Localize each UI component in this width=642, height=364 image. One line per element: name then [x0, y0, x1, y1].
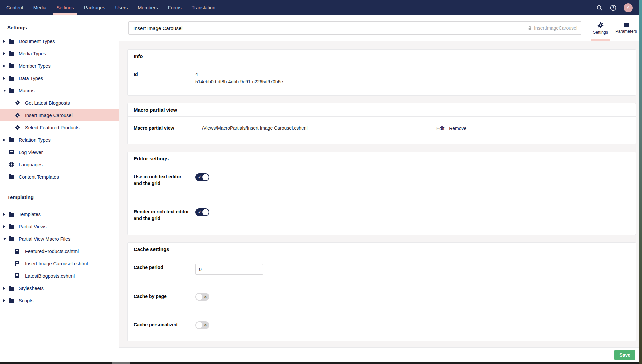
- save-button[interactable]: Save: [614, 350, 635, 360]
- cache-settings-panel: Cache settings Cache period Cache by pag…: [127, 242, 636, 341]
- tree-item-data-types[interactable]: Data Types: [0, 72, 119, 84]
- tree-item-label: Log Viewer: [19, 150, 43, 155]
- folder-icon: [9, 76, 19, 81]
- nav-item-forms[interactable]: Forms: [163, 0, 187, 15]
- toggle-knob: [202, 209, 209, 215]
- expand-caret-icon[interactable]: [3, 65, 9, 67]
- cache-period-input[interactable]: [195, 264, 263, 275]
- tree-item-label: Content Templates: [19, 174, 59, 180]
- folder-icon: [9, 286, 19, 291]
- user-avatar[interactable]: A: [624, 3, 633, 12]
- expand-caret-icon[interactable]: [3, 287, 9, 290]
- tree-item-log-viewer[interactable]: Log Viewer: [0, 146, 119, 158]
- tree-item-label: Insert Image Carousel: [25, 113, 73, 118]
- macro-partial-view-label: Macro partial view: [134, 125, 195, 132]
- folder-icon: [9, 224, 19, 229]
- toggle-knob: [202, 174, 209, 180]
- folder-icon: [9, 236, 19, 241]
- cache-settings-panel-title: Cache settings: [128, 243, 636, 256]
- editor-content: Info Id 4 514ebb0d-df8b-4dbb-9e91-c2265d…: [119, 41, 639, 347]
- collapse-caret-icon[interactable]: [3, 90, 9, 92]
- nav-item-media[interactable]: Media: [28, 0, 52, 15]
- folder-icon: [9, 298, 19, 303]
- nav-item-members[interactable]: Members: [133, 0, 163, 15]
- cache-personalized-toggle-off[interactable]: ×: [195, 321, 209, 329]
- tree-item-featuredproducts-cshtml[interactable]: FeaturedProducts.cshtml: [0, 245, 119, 257]
- tree-item-languages[interactable]: Languages: [0, 158, 119, 171]
- info-panel: Info Id 4 514ebb0d-df8b-4dbb-9e91-c2265d…: [127, 49, 636, 96]
- cache-period-row: Cache period: [128, 256, 636, 285]
- macro-name-input[interactable]: [128, 21, 581, 35]
- tree-item-scripts[interactable]: Scripts: [0, 294, 119, 307]
- expand-caret-icon[interactable]: [3, 139, 9, 141]
- tree-item-select-featured-products[interactable]: Select Featured Products: [0, 121, 119, 134]
- settings-tree-sidebar: Settings Document Types Media Types Memb…: [0, 15, 119, 362]
- tree-item-label: Document Types: [19, 39, 55, 44]
- render-in-rte-toggle-on[interactable]: ✓: [195, 208, 209, 216]
- tree-item-content-templates[interactable]: Content Templates: [0, 171, 119, 183]
- nav-item-settings[interactable]: Settings: [51, 0, 79, 15]
- log-box-icon: [9, 150, 19, 154]
- nav-item-translation[interactable]: Translation: [187, 0, 220, 15]
- expand-caret-icon[interactable]: [3, 299, 9, 302]
- tree-item-media-types[interactable]: Media Types: [0, 47, 119, 60]
- settings-tree: Document Types Media Types Member Types …: [0, 35, 119, 183]
- expand-caret-icon[interactable]: [3, 40, 9, 43]
- macro-id-value: 4: [195, 71, 283, 78]
- search-icon[interactable]: [596, 5, 603, 11]
- help-icon[interactable]: ?: [610, 5, 616, 11]
- tree-item-get-latest-blogposts[interactable]: Get Latest Blogposts: [0, 97, 119, 109]
- macro-gear-icon: [15, 100, 25, 105]
- tree-item-insert-image-carousel-cshtml[interactable]: Insert Image Carousel.cshtml: [0, 257, 119, 270]
- expand-caret-icon[interactable]: [3, 225, 9, 228]
- toggle-knob: [196, 322, 202, 328]
- tree-item-label: Templates: [19, 212, 41, 217]
- folder-icon: [9, 212, 19, 217]
- use-in-rte-label: Use in rich text editor and the grid: [134, 173, 195, 190]
- macro-gear-icon: [15, 113, 25, 118]
- tree-item-stylesheets[interactable]: Stylesheets: [0, 282, 119, 294]
- svg-text:?: ?: [612, 6, 614, 10]
- tree-item-templates[interactable]: Templates: [0, 208, 119, 220]
- edit-link[interactable]: Edit: [436, 126, 444, 131]
- gear-icon: [597, 22, 604, 28]
- tree-item-label: Data Types: [19, 76, 43, 81]
- collapse-caret-icon[interactable]: [3, 238, 9, 240]
- tab-parameters[interactable]: Parameters: [613, 15, 639, 41]
- macro-editor-workspace: InsertImageCarousel Settings Parameters …: [119, 15, 639, 362]
- tree-item-document-types[interactable]: Document Types: [0, 35, 119, 47]
- cache-period-label: Cache period: [134, 264, 195, 275]
- expand-caret-icon[interactable]: [3, 77, 9, 80]
- tree-item-label: Stylesheets: [19, 286, 44, 291]
- nav-item-users[interactable]: Users: [110, 0, 133, 15]
- expand-caret-icon[interactable]: [3, 52, 9, 55]
- scrollbar-thumb[interactable]: [112, 362, 130, 364]
- tree-item-relation-types[interactable]: Relation Types: [0, 134, 119, 146]
- folder-icon: [9, 174, 19, 179]
- cache-personalized-label: Cache personalized: [134, 321, 195, 331]
- tree-item-insert-image-carousel[interactable]: Insert Image Carousel: [0, 109, 119, 121]
- use-in-rte-row: Use in rich text editor and the grid ✓: [128, 165, 636, 200]
- expand-caret-icon[interactable]: [3, 213, 9, 216]
- render-in-rte-row: Render in rich text editor and the grid …: [128, 200, 636, 235]
- macro-partial-view-row: Macro partial view ~/Views/MacroPartials…: [128, 117, 636, 144]
- nav-item-packages[interactable]: Packages: [79, 0, 110, 15]
- tab-settings[interactable]: Settings: [588, 15, 613, 41]
- cache-by-page-toggle-off[interactable]: ×: [195, 293, 209, 301]
- folder-icon: [9, 63, 19, 68]
- tree-item-partial-view-macro-files[interactable]: Partial View Macro Files: [0, 233, 119, 245]
- macro-alias: InsertImageCarousel: [528, 21, 577, 35]
- tree-item-label: Scripts: [19, 298, 33, 303]
- macro-guid-value: 514ebb0d-df8b-4dbb-9e91-c2265d970b6e: [195, 78, 283, 86]
- nav-item-content[interactable]: Content: [1, 0, 28, 15]
- remove-link[interactable]: Remove: [449, 126, 466, 131]
- tree-item-partial-views[interactable]: Partial Views: [0, 220, 119, 233]
- list-icon: [624, 23, 629, 27]
- templating-tree: Templates Partial Views Partial View Mac…: [0, 208, 119, 307]
- tree-item-macros[interactable]: Macros: [0, 84, 119, 97]
- tree-item-member-types[interactable]: Member Types: [0, 60, 119, 72]
- tree-item-latestblogposts-cshtml[interactable]: LatestBlogposts.cshtml: [0, 270, 119, 282]
- tree-item-label: Macros: [19, 88, 35, 93]
- use-in-rte-toggle-on[interactable]: ✓: [195, 173, 209, 181]
- tree-item-label: Partial Views: [19, 224, 47, 229]
